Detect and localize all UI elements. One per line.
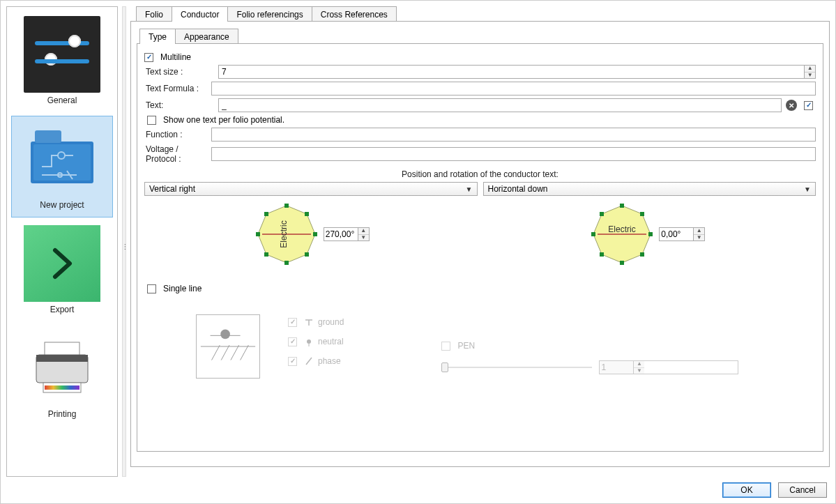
ground-checkbox (288, 318, 297, 327)
dialog-button-bar: OK Cancel (1, 477, 835, 503)
vertical-select[interactable]: Vertical right ▼ (144, 182, 478, 196)
printer-icon (24, 330, 100, 406)
svg-point-39 (307, 339, 311, 344)
singleline-label: Single line (163, 284, 202, 293)
clear-text-icon[interactable]: ✕ (786, 100, 797, 111)
phase-icon (304, 356, 314, 366)
show-one-checkbox[interactable] (147, 116, 156, 125)
category-sidebar: General (6, 6, 118, 477)
singleline-diagram-icon (196, 314, 260, 379)
neutral-icon (304, 337, 314, 346)
phase-count-spinner: ▲▼ (599, 360, 738, 374)
chevron-down-icon: ▼ (801, 185, 814, 193)
function-label: Function : (144, 130, 207, 139)
svg-rect-22 (620, 204, 624, 208)
tab-folio-referencings[interactable]: Folio referencings (227, 6, 312, 22)
neutral-checkbox (288, 337, 297, 346)
svg-rect-9 (45, 385, 79, 390)
svg-text:Electric: Electric (279, 220, 289, 247)
svg-rect-1 (35, 130, 61, 143)
svg-rect-7 (36, 355, 88, 362)
sliders-icon (24, 16, 100, 93)
text-label: Text: (144, 100, 214, 110)
sidebar-item-export[interactable]: Export (11, 220, 113, 322)
position-heading: Position and rotation of the conductor t… (144, 169, 816, 179)
rotation-dial-vertical[interactable]: Electric (255, 203, 318, 266)
svg-point-33 (220, 330, 230, 339)
function-input[interactable] (211, 128, 816, 142)
voltage-label: Voltage / Protocol : (144, 144, 207, 164)
text-input[interactable] (218, 98, 782, 112)
svg-rect-13 (313, 232, 317, 236)
neutral-label: neutral (318, 337, 344, 346)
text-formula-label: Text Formula : (144, 84, 207, 93)
phase-label: phase (318, 356, 341, 366)
pen-label: PEN (457, 341, 475, 351)
svg-rect-11 (284, 204, 289, 208)
content-area: Folio Conductor Folio referencings Cross… (130, 6, 830, 477)
tab-appearance[interactable]: Appearance (175, 29, 238, 44)
text-size-spinner[interactable]: ▲▼ (805, 65, 816, 79)
svg-rect-29 (600, 212, 604, 216)
chevron-down-icon: ▼ (463, 185, 476, 193)
svg-text:Electric: Electric (609, 224, 636, 234)
voltage-input[interactable] (211, 147, 816, 161)
sidebar-item-label: Printing (48, 409, 77, 419)
svg-rect-18 (264, 212, 268, 216)
chevron-right-icon (24, 225, 100, 302)
ground-icon (304, 317, 314, 327)
multiline-label: Multiline (160, 52, 191, 62)
vertical-angle-input[interactable] (324, 228, 358, 240)
sidebar-item-label: New project (40, 200, 84, 210)
svg-rect-25 (640, 252, 644, 257)
text-size-input[interactable] (218, 65, 805, 79)
horizontal-angle-input[interactable] (660, 228, 693, 240)
text-formula-input[interactable] (211, 82, 816, 96)
folder-circuit-icon (24, 121, 100, 197)
show-one-label: Show one text per folio potential. (163, 115, 284, 125)
phase-count-slider (441, 360, 595, 374)
svg-line-37 (231, 345, 239, 360)
horizontal-select[interactable]: Horizontal down ▼ (483, 182, 816, 196)
svg-rect-17 (256, 232, 260, 236)
tab-cross-references[interactable]: Cross References (312, 6, 397, 22)
svg-line-41 (306, 358, 312, 365)
svg-rect-14 (305, 252, 309, 257)
tab-type[interactable]: Type (139, 29, 176, 44)
sidebar-item-general[interactable]: General (11, 11, 113, 113)
ok-button[interactable]: OK (722, 482, 771, 498)
splitter-handle[interactable] (122, 6, 126, 477)
svg-rect-23 (640, 212, 644, 216)
svg-line-36 (221, 345, 229, 360)
svg-rect-16 (264, 252, 268, 257)
svg-rect-24 (648, 232, 653, 236)
cancel-button[interactable]: Cancel (778, 482, 827, 498)
sidebar-item-label: General (47, 96, 77, 105)
sidebar-item-printing[interactable]: Printing (11, 325, 113, 427)
text-aux-checkbox[interactable] (804, 101, 813, 110)
svg-rect-26 (620, 261, 624, 265)
svg-rect-15 (284, 261, 289, 265)
svg-rect-27 (600, 252, 604, 257)
svg-rect-28 (591, 232, 595, 236)
sidebar-item-label: Export (50, 305, 75, 314)
svg-line-38 (241, 345, 249, 360)
svg-rect-5 (45, 342, 79, 356)
phase-checkbox (288, 357, 297, 366)
tab-conductor[interactable]: Conductor (172, 6, 228, 22)
tab-folio[interactable]: Folio (136, 6, 172, 22)
multiline-checkbox[interactable] (144, 53, 153, 62)
sidebar-item-new-project[interactable]: New project (11, 116, 113, 217)
vertical-angle-spinner[interactable]: ▲▼ (324, 227, 370, 241)
horizontal-angle-spinner[interactable]: ▲▼ (659, 227, 705, 241)
singleline-checkbox[interactable] (147, 284, 156, 293)
svg-line-35 (212, 345, 220, 360)
phase-count-input (600, 361, 633, 374)
rotation-dial-horizontal[interactable]: Electric (591, 203, 653, 266)
svg-rect-12 (305, 212, 309, 216)
ground-label: ground (318, 317, 344, 327)
pen-checkbox (441, 342, 450, 351)
text-size-label: Text size : (144, 67, 214, 77)
